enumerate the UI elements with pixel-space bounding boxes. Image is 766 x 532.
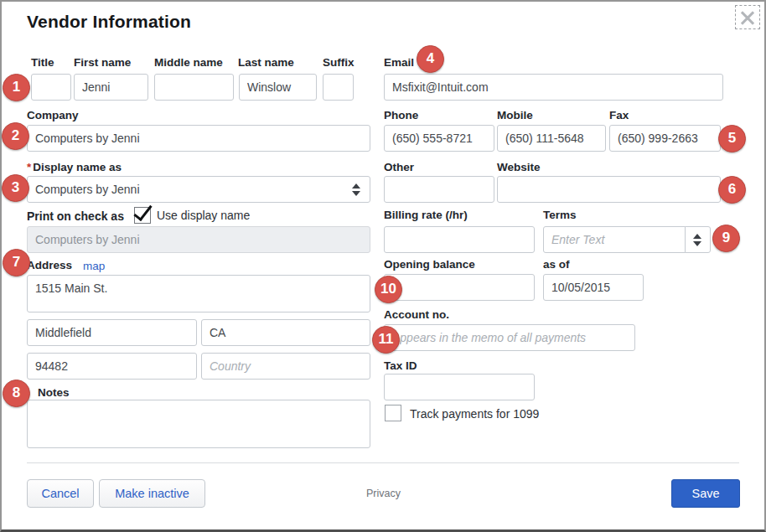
account-no-label: Account no. [384,308,449,321]
street-input[interactable]: 1515 Main St. [27,275,370,312]
annotation-badge-7: 7 [3,249,30,276]
last-name-label: Last name [238,56,294,69]
tax-id-label: Tax ID [384,359,417,372]
phone-input[interactable] [384,125,494,152]
billing-rate-input[interactable] [384,226,535,253]
state-input[interactable] [201,319,370,346]
account-no-input[interactable] [384,324,635,351]
select-arrows-icon [352,183,360,196]
as-of-label: as of [543,258,570,271]
display-name-value: Computers by Jenni [35,183,140,196]
email-label: Email [384,56,414,69]
billing-rate-label: Billing rate (/hr) [384,209,468,221]
terms-spinner-button[interactable] [685,226,711,253]
annotation-badge-5: 5 [718,125,746,152]
terms-input[interactable]: Enter Text [543,226,686,253]
tax-id-input[interactable] [384,374,535,400]
company-label: Company [27,109,79,121]
phone-label: Phone [384,109,418,121]
suffix-label: Suffix [323,56,355,69]
close-button[interactable] [735,5,760,29]
use-display-name-checkbox[interactable] [134,207,151,224]
annotation-badge-11: 11 [372,326,400,354]
last-name-input[interactable] [239,74,317,101]
annotation-badge-3: 3 [2,174,29,202]
as-of-input[interactable] [543,274,644,301]
first-name-input[interactable] [74,74,148,101]
terms-label: Terms [543,209,577,221]
annotation-badge-10: 10 [375,276,402,303]
footer-divider [27,462,739,463]
title-input[interactable] [31,74,71,101]
track-1099-checkbox[interactable] [385,405,401,421]
map-link[interactable]: map [83,260,105,272]
terms-placeholder: Enter Text [551,233,604,246]
annotation-badge-4: 4 [417,45,444,73]
annotation-badge-6: 6 [718,176,746,204]
privacy-link[interactable]: Privacy [366,488,401,499]
opening-balance-label: Opening balance [384,258,475,271]
close-icon [740,13,755,23]
middle-name-input[interactable] [154,74,234,101]
spinner-arrows-icon [693,234,701,246]
annotation-badge-1: 1 [3,74,30,101]
print-on-check-label: Print on check as [27,209,124,223]
city-input[interactable] [27,319,197,346]
mobile-label: Mobile [497,109,533,121]
page-title: Vendor Information [27,12,191,32]
country-input[interactable] [201,353,370,380]
required-asterisk: * [27,161,31,173]
use-display-name-label: Use display name [157,209,250,222]
suffix-input[interactable] [323,74,354,101]
fax-input[interactable] [609,125,721,152]
display-name-select[interactable]: Computers by Jenni [27,176,370,203]
fax-label: Fax [609,109,629,121]
company-input[interactable] [27,125,370,152]
make-inactive-button[interactable]: Make inactive [99,479,205,508]
display-name-label: *Display name as [27,161,122,173]
cancel-button[interactable]: Cancel [27,479,94,508]
annotation-badge-8: 8 [3,380,30,407]
annotation-badge-9: 9 [712,225,740,252]
save-button[interactable]: Save [671,479,740,508]
other-input[interactable] [384,176,494,203]
first-name-label: First name [74,56,131,69]
website-input[interactable] [497,176,721,203]
print-on-check-input [27,226,370,253]
address-label: Address [27,259,72,271]
title-label: Title [31,56,54,69]
notes-input[interactable] [27,400,370,448]
opening-balance-input[interactable] [384,274,535,301]
email-input[interactable] [384,74,723,101]
mobile-input[interactable] [497,125,606,152]
other-label: Other [384,161,414,173]
middle-name-label: Middle name [154,56,223,69]
annotation-badge-2: 2 [2,122,29,150]
zip-input[interactable] [27,353,197,380]
track-1099-label: Track payments for 1099 [410,407,539,421]
website-label: Website [497,161,541,173]
notes-label: Notes [38,386,70,399]
